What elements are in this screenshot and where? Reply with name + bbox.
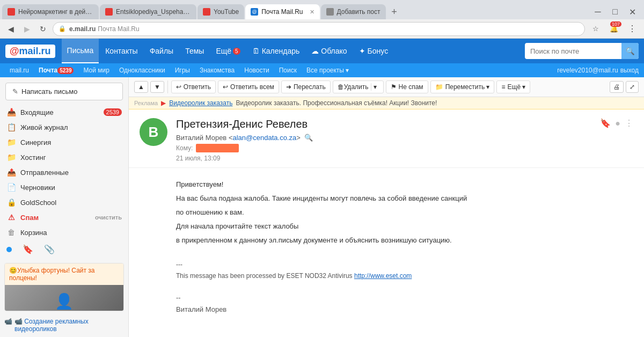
minimize-button[interactable]: ─ (590, 4, 605, 19)
spam-clear[interactable]: очистить (95, 214, 122, 221)
sidebar: ✎ Написать письмо 📥 Входящие 2539 📋 Живо… (0, 77, 129, 337)
subnav-ok[interactable]: Одноклассники (115, 63, 170, 77)
delete-label: Удалить (344, 83, 369, 91)
email-avatar: В (140, 118, 167, 146)
not-spam-button[interactable]: ⚑ Не спам (386, 80, 428, 93)
nav-cloud[interactable]: ☁ Облако (306, 39, 352, 63)
folder-livej[interactable]: 📋 Живой журнал (0, 120, 128, 135)
close-button[interactable]: ✕ (625, 4, 640, 19)
folder-trash[interactable]: 🗑 Корзина (0, 225, 128, 240)
tab-entsi[interactable]: Entsiklopediya_Uspeha.pdf (100, 4, 196, 19)
not-spam-icon: ⚑ (391, 83, 397, 91)
reload-button[interactable]: ↻ (36, 23, 49, 35)
email-date: 21 июля, 13:09 (176, 155, 591, 162)
nav-bonus[interactable]: ✦ Бонус (354, 39, 394, 63)
dot-icon (6, 247, 12, 252)
bookmark-button[interactable]: ☆ (588, 21, 603, 36)
from-email[interactable]: alan@cendata.co.za (232, 134, 296, 142)
reply-all-icon: ↩ (223, 83, 228, 91)
compose-button[interactable]: ✎ Написать письмо (5, 83, 123, 100)
ad-video-icon: ▶ (161, 99, 166, 107)
folder-drafts[interactable]: 📄 Черновики (0, 180, 128, 195)
toolbar-right: 🖨 ⤢ (610, 81, 639, 93)
folder-sent[interactable]: 📤 Отправленные (0, 165, 128, 180)
delete-dropdown[interactable]: ▾ (371, 83, 379, 91)
folder-sinergiya[interactable]: 📁 Синергия (0, 135, 128, 150)
from-name: Виталий Морев (176, 134, 226, 142)
more-email-icon[interactable]: ⋮ (625, 118, 633, 128)
tab-favicon-mail: @ (251, 8, 258, 16)
subnav-games[interactable]: Игры (171, 63, 194, 77)
goldschool-icon: 🔒 (6, 198, 16, 207)
search-sender-icon[interactable]: 🔍 (304, 134, 313, 142)
folder-hosting[interactable]: 📁 Хостинг (0, 150, 128, 165)
nav-contacts[interactable]: Контакты (100, 39, 143, 63)
maximize-button[interactable]: □ (608, 4, 623, 19)
forward-button[interactable]: ▶ (20, 23, 33, 35)
mail-search[interactable]: 🔍 (525, 43, 639, 59)
subnav-search[interactable]: Поиск (275, 63, 301, 77)
hosting-label: Хостинг (20, 153, 46, 162)
folder-goldschool[interactable]: 🔒 GoldSchool (0, 195, 128, 210)
search-button[interactable]: 🔍 (621, 43, 639, 59)
nav-files[interactable]: Файлы (144, 39, 179, 63)
nav-letters[interactable]: Письма (62, 39, 99, 63)
logout-link[interactable]: выход (620, 67, 639, 74)
subnav-dating[interactable]: Знакомства (195, 63, 239, 77)
sinergiya-label: Синергия (20, 138, 51, 146)
email-actions-top: 🔖 ● ⋮ (600, 118, 633, 128)
reply-button[interactable]: ↩ Ответить (171, 80, 216, 93)
sidebar-promo: 😊Улыбка фортуны! Сайт за полцены! 👤 При … (4, 263, 124, 311)
email-meta: Претензия-Денис Ревелев Виталий Морев <a… (176, 118, 591, 162)
eset-link[interactable]: http://www.eset.com (354, 272, 412, 280)
tab-add-post[interactable]: Добавить пост (321, 4, 386, 19)
tab-close-icon[interactable]: ✕ (310, 9, 314, 16)
notifications-button[interactable]: 🔔 107 (606, 21, 621, 36)
promo2-label: 📹 Создание рекламных видеороликов (14, 318, 124, 333)
nav-calendar-label: Календарь (262, 47, 300, 55)
nav-contacts-label: Контакты (105, 47, 137, 55)
subnav-pochta[interactable]: Почта 5239 (34, 63, 78, 77)
tab-youtube[interactable]: YouTube (197, 4, 244, 19)
folder-inbox[interactable]: 📥 Входящие 2539 (0, 105, 128, 120)
new-tab-button[interactable]: + (387, 4, 402, 19)
delete-button[interactable]: 🗑 Удалить ▾ (333, 80, 384, 93)
nav-more[interactable]: Ещё 5 (210, 39, 245, 63)
up-button[interactable]: ▲ (134, 81, 148, 93)
mail-topnav: @mail.ru Письма Контакты Файлы Темы Ещё … (0, 39, 644, 63)
ad-link[interactable]: Видеоролик заказать (169, 99, 232, 107)
delete-icon: 🗑 (338, 83, 344, 91)
subnav-projects[interactable]: Все проекты ▾ (302, 63, 353, 77)
drafts-label: Черновики (20, 184, 55, 192)
nav-themes[interactable]: Темы (180, 39, 209, 63)
sidebar-promo2[interactable]: 📹 📹 Создание рекламных видеороликов (4, 318, 124, 333)
paperclip-icon[interactable]: 📎 (44, 244, 55, 254)
expand-button[interactable]: ⤢ (626, 81, 639, 93)
mail-logo[interactable]: @mail.ru (5, 45, 55, 58)
address-box[interactable]: 🔒 e.mail.ru Почта Mail.Ru (53, 22, 585, 36)
bookmark-icon[interactable]: 🔖 (23, 244, 33, 254)
tab-neyro[interactable]: Нейромаркетинг в действи... (2, 4, 99, 19)
forward-button[interactable]: ➜ Переслать (281, 80, 331, 93)
sinergiya-icon: 📁 (6, 138, 16, 146)
notification-badge: 107 (610, 21, 621, 27)
tab-mail[interactable]: @ Почта Mail.Ru ✕ (245, 4, 319, 19)
nav-calendar[interactable]: 🗓 Календарь (247, 39, 305, 63)
bookmark-email-icon[interactable]: 🔖 (600, 118, 611, 128)
move-button[interactable]: 📁 Переместить ▾ (430, 80, 495, 93)
subnav-moimir[interactable]: Мой мир (79, 63, 113, 77)
search-input[interactable] (525, 47, 621, 55)
drafts-icon: 📄 (6, 183, 16, 192)
more-button[interactable]: ≡ Ещё ▾ (496, 80, 530, 93)
subnav-news[interactable]: Новости (240, 63, 273, 77)
reply-all-button[interactable]: ↩ Ответить всем (218, 80, 279, 93)
sent-label: Отправленные (20, 169, 69, 177)
back-button[interactable]: ◀ (4, 23, 17, 35)
menu-button[interactable]: ⋮ (625, 21, 640, 36)
email-to-row: Кому: (176, 144, 591, 152)
subnav-mailru[interactable]: mail.ru (5, 63, 33, 77)
move-label: Переместить ▾ (445, 83, 490, 91)
folder-spam[interactable]: ⚠ Спам очистить (0, 210, 128, 225)
print-button[interactable]: 🖨 (610, 81, 624, 93)
down-button[interactable]: ▼ (150, 81, 164, 93)
